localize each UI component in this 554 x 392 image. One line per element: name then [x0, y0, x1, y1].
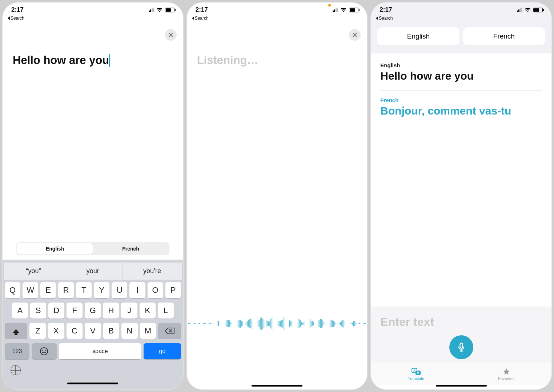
key-backspace[interactable]: [158, 323, 181, 339]
key-t[interactable]: T: [76, 282, 92, 298]
keyboard-row-4: 123 space go: [4, 341, 182, 361]
key-n[interactable]: N: [121, 323, 138, 339]
key-s[interactable]: S: [30, 303, 46, 319]
status-time: 2:17: [196, 6, 208, 13]
svg-text:文: 文: [416, 371, 419, 375]
key-a[interactable]: A: [12, 303, 28, 319]
listening-label: Listening…: [197, 54, 357, 67]
cellular-icon: [149, 8, 154, 12]
close-button[interactable]: [165, 29, 177, 41]
key-q[interactable]: Q: [5, 282, 20, 298]
status-time: 2:17: [11, 6, 24, 13]
divider: [380, 90, 542, 91]
suggestion-3[interactable]: you’re: [122, 263, 181, 280]
back-caret-icon: [376, 16, 378, 20]
key-p[interactable]: P: [165, 282, 181, 298]
segment-french[interactable]: French: [93, 243, 168, 255]
key-k[interactable]: K: [140, 303, 156, 319]
back-to-search[interactable]: Search: [371, 16, 551, 23]
keyboard-row-2: A S D F G H J K L: [4, 300, 182, 321]
mic-indicator-dot: [328, 4, 331, 7]
keyboard[interactable]: “you” your you’re Q W E R T Y U I O P A …: [3, 260, 183, 389]
wifi-icon: [340, 7, 347, 12]
key-m[interactable]: M: [140, 323, 156, 339]
segment-english[interactable]: English: [17, 243, 93, 255]
back-label: Search: [195, 16, 209, 21]
home-indicator[interactable]: [436, 385, 487, 387]
key-e[interactable]: E: [40, 282, 56, 298]
close-icon: [168, 32, 173, 37]
back-to-search[interactable]: Search: [3, 16, 183, 23]
key-space[interactable]: space: [59, 343, 142, 359]
translate-icon: A文: [412, 368, 421, 376]
battery-icon: [349, 8, 358, 12]
cellular-icon: [333, 8, 338, 12]
key-h[interactable]: H: [103, 303, 119, 319]
suggestion-1[interactable]: “you”: [4, 263, 63, 280]
key-c[interactable]: C: [67, 323, 83, 339]
suggestion-2[interactable]: your: [63, 263, 122, 280]
status-bar: 2:17: [3, 3, 183, 16]
wifi-icon: [525, 7, 531, 12]
backspace-icon: [165, 328, 174, 334]
key-r[interactable]: R: [58, 282, 74, 298]
tab-favorites-label: Favorites: [498, 376, 514, 381]
svg-point-1: [43, 350, 44, 351]
key-emoji[interactable]: [32, 343, 56, 359]
back-to-search[interactable]: Search: [187, 16, 368, 23]
keyboard-suggestions: “you” your you’re: [4, 263, 182, 280]
svg-point-2: [45, 350, 46, 351]
key-go[interactable]: go: [144, 343, 181, 359]
key-j[interactable]: J: [121, 303, 137, 319]
language-segmented-control[interactable]: English French: [16, 242, 169, 255]
key-f[interactable]: F: [67, 303, 83, 319]
tab-translate-label: Translate: [408, 376, 424, 381]
tab-favorites[interactable]: Favorites: [461, 363, 551, 385]
language-picker-row: English French: [371, 23, 551, 53]
key-g[interactable]: G: [85, 303, 101, 319]
back-caret-icon: [8, 16, 10, 20]
tab-translate[interactable]: A文 Translate: [371, 363, 461, 385]
key-l[interactable]: L: [158, 303, 174, 319]
close-button[interactable]: [349, 29, 361, 41]
key-w[interactable]: W: [23, 282, 38, 298]
translated-text: Bonjour, comment vas-tu: [380, 105, 542, 117]
key-z[interactable]: Z: [29, 323, 46, 339]
home-indicator[interactable]: [252, 385, 302, 387]
target-language-label: French: [380, 97, 542, 103]
key-v[interactable]: V: [85, 323, 101, 339]
enter-text-area[interactable]: Enter text: [371, 307, 551, 363]
star-icon: [502, 368, 511, 376]
status-bar: 2:17: [371, 3, 551, 16]
status-bar: 2:17: [187, 3, 368, 16]
back-label: Search: [379, 16, 393, 21]
target-language-pill[interactable]: French: [463, 27, 545, 45]
microphone-button[interactable]: [449, 335, 473, 359]
key-shift[interactable]: [5, 323, 27, 339]
key-o[interactable]: O: [148, 282, 163, 298]
microphone-icon: [456, 342, 466, 352]
key-i[interactable]: I: [129, 282, 145, 298]
key-x[interactable]: X: [48, 323, 64, 339]
key-y[interactable]: Y: [94, 282, 109, 298]
keyboard-row-3: Z X C V B N M: [4, 321, 182, 341]
battery-icon: [533, 8, 543, 12]
source-language-pill[interactable]: English: [377, 27, 459, 45]
key-123[interactable]: 123: [5, 343, 29, 359]
home-indicator[interactable]: [67, 383, 118, 384]
translation-result-card: English Hello how are you French Bonjour…: [371, 53, 551, 307]
translation-input-text[interactable]: Hello how are you: [13, 54, 110, 67]
status-time: 2:17: [380, 6, 392, 13]
svg-text:A: A: [413, 369, 415, 372]
key-d[interactable]: D: [48, 303, 64, 319]
svg-point-0: [40, 348, 48, 355]
battery-icon: [165, 8, 174, 12]
globe-icon[interactable]: [11, 365, 21, 375]
key-u[interactable]: U: [112, 282, 127, 298]
close-icon: [352, 32, 357, 37]
emoji-icon: [40, 347, 48, 356]
back-label: Search: [11, 16, 24, 21]
audio-waveform: [187, 313, 368, 335]
back-caret-icon: [192, 16, 194, 20]
key-b[interactable]: B: [103, 323, 120, 339]
